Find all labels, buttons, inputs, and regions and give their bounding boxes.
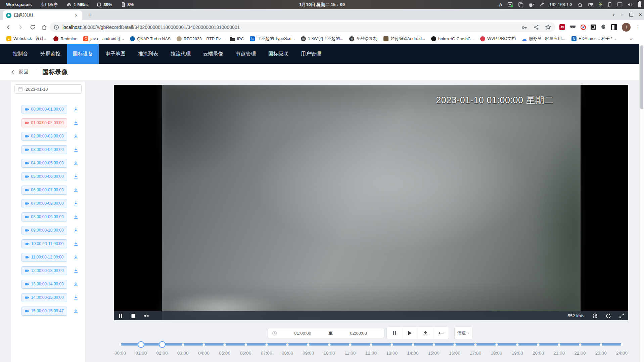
adblock-mask-icon[interactable] (570, 25, 576, 30)
reload-button[interactable] (28, 23, 37, 32)
snapshot-button[interactable] (592, 313, 598, 319)
home-icon[interactable] (578, 2, 583, 7)
bookmark-item[interactable]: Redmine (50, 35, 80, 43)
segment-download-button[interactable] (72, 307, 80, 315)
bookmark-item[interactable]: C java、android可... (80, 35, 127, 43)
back-button[interactable] (4, 23, 13, 32)
timeline-handle[interactable] (159, 341, 166, 348)
back-link[interactable]: 返回 (10, 69, 29, 75)
workspace-switcher-icon[interactable] (588, 2, 594, 7)
player-pause-button[interactable] (119, 314, 123, 318)
play-button[interactable] (402, 327, 418, 339)
recording-segment-button[interactable]: 01:00:00-02:00:00 (21, 118, 67, 127)
browser-menu-icon[interactable]: ⋮ (635, 24, 641, 30)
site-info-icon[interactable] (54, 25, 59, 30)
applications-menu[interactable]: 应用程序 (40, 2, 58, 8)
fullscreen-button[interactable] (619, 313, 624, 318)
nav-item[interactable]: 用户管理 (295, 44, 327, 64)
share-icon[interactable] (533, 24, 539, 30)
timeline-handle[interactable] (138, 341, 144, 348)
recording-segment-button[interactable]: 07:00:00-08:00:00 (21, 199, 67, 208)
forward-button[interactable] (16, 23, 25, 32)
recording-segment-button[interactable]: 02:00:00-03:00:00 (21, 132, 67, 141)
end-time-value[interactable]: 02:00:00 (333, 331, 384, 336)
recording-segment-button[interactable]: 11:00:00-12:00:00 (21, 253, 67, 262)
nav-item[interactable]: 推流列表 (132, 44, 164, 64)
bookmark-star-icon[interactable] (545, 24, 551, 30)
page-scrollbar[interactable] (639, 44, 644, 362)
nav-item[interactable]: 分屏监控 (35, 44, 66, 64)
new-tab-button[interactable]: + (85, 10, 95, 20)
bookmark-item[interactable]: ⊕ 免登录复制 (346, 35, 380, 43)
segment-download-button[interactable] (72, 159, 80, 167)
start-time-value[interactable]: 01:00:00 (277, 331, 328, 336)
segment-download-button[interactable] (72, 186, 80, 194)
coffee-icon[interactable] (528, 2, 534, 7)
bing-tray-icon[interactable]: b (499, 2, 502, 7)
recording-segment-button[interactable]: 08:00:00-09:00:00 (21, 212, 67, 222)
extensions-puzzle-icon[interactable] (600, 24, 606, 30)
volume-icon[interactable] (628, 2, 633, 7)
segment-download-button[interactable] (72, 119, 80, 127)
dark-reader-extension-icon[interactable] (591, 25, 596, 30)
bookmark-item[interactable]: ≡ Webstack - 设计... (3, 35, 50, 43)
screenshot-tool-icon[interactable] (507, 2, 513, 7)
player-stop-button[interactable] (131, 314, 135, 318)
segment-download-button[interactable] (72, 280, 80, 288)
tab-search-chevron-icon[interactable]: ∨ (612, 12, 615, 17)
profile-avatar[interactable]: I (622, 23, 631, 32)
recording-segment-button[interactable]: 12:00:00-13:00:00 (21, 266, 67, 275)
timeline-track[interactable] (120, 343, 622, 346)
refresh-button[interactable] (606, 313, 611, 319)
password-key-icon[interactable] (521, 24, 527, 30)
workspaces-button[interactable]: Workspaces (6, 2, 32, 7)
bookmark-item[interactable]: IPC (227, 35, 247, 43)
color-picker-icon[interactable] (539, 2, 544, 7)
touch-blocker-extension-icon[interactable] (581, 25, 586, 30)
bookmark-item[interactable]: ☁ 服务器 - 轻量应用... (519, 35, 568, 43)
segment-download-button[interactable] (72, 293, 80, 301)
time-range-input[interactable]: 01:00:00 至 02:00:00 (268, 328, 384, 338)
clipboard-icon[interactable] (518, 2, 523, 7)
address-bar[interactable]: localhost:38080/#/gbRecordDetail/3402000… (50, 22, 555, 32)
segment-download-button[interactable] (72, 105, 80, 113)
window-maximize-button[interactable] (629, 13, 633, 17)
nav-item[interactable]: 节点管理 (230, 44, 262, 64)
scrollbar-thumb[interactable] (640, 45, 643, 109)
recording-segment-button[interactable]: 03:00:00-04:00:00 (21, 145, 67, 154)
player-mute-button[interactable] (144, 314, 149, 318)
nav-item[interactable]: 控制台 (7, 44, 34, 64)
home-button[interactable] (40, 23, 49, 32)
bookmark-item[interactable]: ⊕ 1.8W字|了不起的... (298, 35, 346, 43)
window-close-button[interactable]: × (639, 12, 642, 18)
js-extension-icon[interactable]: JS (559, 24, 565, 30)
display-icon[interactable] (617, 2, 623, 7)
recording-segment-button[interactable]: 00:00:00-01:00:00 (21, 105, 67, 114)
bookmark-item[interactable]: QNAP Turbo NAS (127, 35, 174, 43)
bookmark-item[interactable]: hairrrrr/C-CrashC... (428, 35, 477, 43)
nav-item[interactable]: 国标设备 (67, 44, 99, 64)
bookmark-item[interactable]: 知 了不起的 TypeScri... (247, 35, 298, 43)
recording-segment-button[interactable]: 10:00:00-11:00:00 (21, 239, 67, 248)
recording-segment-button[interactable]: 14:00:00-15:00:00 (21, 293, 67, 302)
side-panel-icon[interactable] (611, 24, 617, 30)
video-player[interactable]: 2023-01-10 01:00:00 星期二 552 kb/s (114, 85, 628, 320)
bookmark-item[interactable]: N HDAtmos :: 种子 *... (568, 35, 619, 43)
recording-segment-button[interactable]: 05:00:00-06:00:00 (21, 172, 67, 181)
browser-tab[interactable]: 国标28181 × (3, 10, 82, 20)
segment-download-button[interactable] (72, 267, 80, 275)
nav-item[interactable]: 国标级联 (263, 44, 294, 64)
nav-item[interactable]: 电子地图 (100, 44, 131, 64)
download-button[interactable] (418, 327, 433, 339)
bookmarks-overflow-icon[interactable]: » (630, 36, 633, 41)
nav-item[interactable]: 拉流代理 (165, 44, 196, 64)
bookmark-item[interactable]: RFC2833 – RTP Ev... (174, 35, 227, 43)
nav-item[interactable]: 云端录像 (197, 44, 229, 64)
segment-download-button[interactable] (72, 240, 80, 248)
date-picker-input[interactable]: 2023-01-10 (14, 84, 82, 94)
segment-download-button[interactable] (72, 146, 80, 154)
segment-download-button[interactable] (72, 199, 80, 207)
segment-download-button[interactable] (72, 226, 80, 234)
recording-segment-button[interactable]: 06:00:00-07:00:00 (21, 186, 67, 195)
recording-segment-button[interactable]: 13:00:00-14:00:00 (21, 280, 67, 289)
